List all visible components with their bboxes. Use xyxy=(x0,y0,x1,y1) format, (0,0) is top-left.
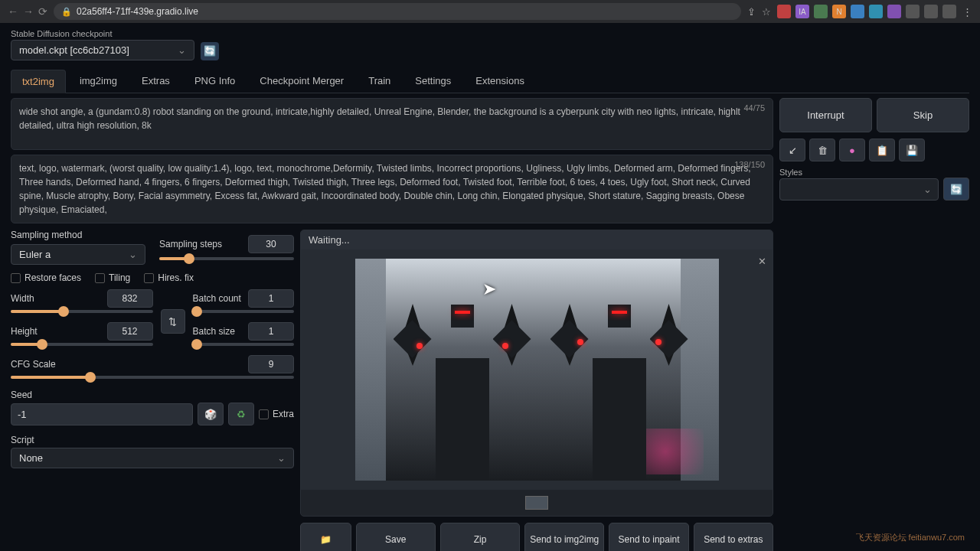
extra-seed-checkbox[interactable]: Extra xyxy=(259,409,294,419)
sampling-method-label: Sampling method xyxy=(11,230,145,240)
cfg-scale-value[interactable]: 9 xyxy=(248,355,294,373)
send-to-inpaint-button[interactable]: Send to inpaint xyxy=(609,523,688,551)
height-label: Height xyxy=(11,326,38,337)
prompt-textarea[interactable]: 44/75 wide shot angle, a (gundam:0.8) ro… xyxy=(11,98,773,150)
watermark: 飞天资源论坛 feitianwu7.com xyxy=(856,532,965,543)
tab-extensions[interactable]: Extensions xyxy=(465,70,535,93)
star-icon[interactable]: ☆ xyxy=(762,6,771,18)
interrupt-button[interactable]: Interrupt xyxy=(779,98,872,132)
width-label: Width xyxy=(11,293,34,304)
extension-icons: IAN xyxy=(777,5,956,18)
tab-bar: txt2imgimg2imgExtrasPNG InfoCheckpoint M… xyxy=(11,70,969,93)
preview-status: Waiting... xyxy=(301,230,773,249)
height-value[interactable]: 512 xyxy=(107,322,153,341)
menu-icon[interactable]: ⋮ xyxy=(962,6,972,18)
extension-icon[interactable] xyxy=(887,5,901,18)
checkpoint-select[interactable]: model.ckpt [cc6cb27103] ⌄ xyxy=(11,40,194,60)
sampling-steps-value[interactable]: 30 xyxy=(248,235,294,253)
swap-dimensions-button[interactable]: ⇅ xyxy=(161,309,185,334)
tab-train[interactable]: Train xyxy=(358,70,401,93)
neg-token-count: 138/150 xyxy=(734,158,765,171)
styles-select[interactable]: ⌄ xyxy=(779,178,939,201)
paintbrush-icon[interactable]: ↙ xyxy=(779,139,805,161)
width-slider[interactable] xyxy=(11,310,153,313)
tiling-checkbox[interactable]: Tiling xyxy=(95,272,130,283)
forward-icon[interactable]: → xyxy=(23,5,34,18)
tab-txt2img[interactable]: txt2img xyxy=(11,70,66,93)
styles-icon[interactable]: ● xyxy=(839,139,865,161)
generated-image[interactable] xyxy=(355,259,719,481)
extension-icon[interactable] xyxy=(851,5,864,18)
chevron-down-icon: ⌄ xyxy=(129,249,137,260)
restore-faces-checkbox[interactable]: Restore faces xyxy=(11,272,81,283)
batch-count-value[interactable]: 1 xyxy=(248,289,294,308)
cfg-scale-label: CFG Scale xyxy=(11,359,56,370)
apply-style-button[interactable]: 🔄 xyxy=(943,178,969,201)
extension-icon[interactable] xyxy=(942,5,956,18)
save-style-icon[interactable]: 💾 xyxy=(899,139,925,161)
extension-icon[interactable] xyxy=(814,5,828,18)
reload-icon[interactable]: ⟳ xyxy=(38,5,47,18)
prompt-token-count: 44/75 xyxy=(743,102,765,115)
width-value[interactable]: 832 xyxy=(107,289,153,308)
tab-settings[interactable]: Settings xyxy=(404,70,462,93)
chevron-down-icon: ⌄ xyxy=(277,452,286,464)
thumbnail-strip xyxy=(301,490,773,516)
hires-fix-checkbox[interactable]: Hires. fix xyxy=(144,272,194,283)
height-slider[interactable] xyxy=(11,343,153,346)
sampling-steps-label: Sampling steps xyxy=(159,239,222,249)
extension-icon[interactable] xyxy=(869,5,883,18)
batch-count-slider[interactable] xyxy=(193,310,295,313)
chevron-down-icon: ⌄ xyxy=(178,44,186,56)
negative-prompt-textarea[interactable]: 138/150 text, logo, watermark, (worst qu… xyxy=(11,155,773,223)
tab-img2img[interactable]: img2img xyxy=(69,70,128,93)
zip-button[interactable]: Zip xyxy=(440,523,520,551)
preview-image-area: ✕ xyxy=(301,249,773,490)
script-select[interactable]: None ⌄ xyxy=(11,448,294,468)
send-to-img2img-button[interactable]: Send to img2img xyxy=(524,523,604,551)
extension-icon[interactable]: IA xyxy=(795,5,809,18)
sampling-steps-slider[interactable] xyxy=(159,257,294,260)
cfg-scale-slider[interactable] xyxy=(11,376,294,379)
clear-prompt-icon[interactable]: 🗑 xyxy=(809,139,835,161)
clipboard-icon[interactable]: 📋 xyxy=(869,139,895,161)
refresh-checkpoints-button[interactable]: 🔄 xyxy=(201,42,219,60)
extension-icon[interactable] xyxy=(777,5,791,18)
tab-checkpointmerger[interactable]: Checkpoint Merger xyxy=(249,70,354,93)
close-preview-icon[interactable]: ✕ xyxy=(758,256,766,267)
url-text: 02a56ff4-71ff-439e.gradio.live xyxy=(77,6,198,17)
thumbnail[interactable] xyxy=(525,496,548,510)
seed-label: Seed xyxy=(11,390,294,400)
browser-bar: ← → ⟳ 🔒 02a56ff4-71ff-439e.gradio.live ⇪… xyxy=(0,0,980,23)
extension-icon[interactable]: N xyxy=(832,5,846,18)
share-icon[interactable]: ⇪ xyxy=(747,6,756,18)
reuse-seed-button[interactable]: ♻ xyxy=(228,403,254,425)
lock-icon: 🔒 xyxy=(61,7,72,17)
batch-size-slider[interactable] xyxy=(193,343,295,346)
seed-input[interactable]: -1 xyxy=(11,403,193,425)
back-icon[interactable]: ← xyxy=(8,5,18,18)
url-bar[interactable]: 🔒 02a56ff4-71ff-439e.gradio.live xyxy=(54,3,741,20)
send-to-extras-button[interactable]: Send to extras xyxy=(694,523,773,551)
skip-button[interactable]: Skip xyxy=(877,98,969,132)
open-folder-button[interactable]: 📁 xyxy=(300,523,351,551)
extension-icon[interactable] xyxy=(906,5,920,18)
tab-pnginfo[interactable]: PNG Info xyxy=(184,70,246,93)
script-label: Script xyxy=(11,435,294,445)
random-seed-button[interactable]: 🎲 xyxy=(198,403,224,425)
chevron-down-icon: ⌄ xyxy=(923,184,932,195)
styles-label: Styles xyxy=(779,168,939,177)
checkpoint-label: Stable Diffusion checkpoint xyxy=(11,29,194,38)
sampling-method-select[interactable]: Euler a ⌄ xyxy=(11,244,145,265)
batch-size-value[interactable]: 1 xyxy=(248,322,294,341)
save-button[interactable]: Save xyxy=(356,523,436,551)
extension-icon[interactable] xyxy=(924,5,938,18)
batch-count-label: Batch count xyxy=(193,293,241,304)
tab-extras[interactable]: Extras xyxy=(131,70,181,93)
batch-size-label: Batch size xyxy=(193,326,235,337)
